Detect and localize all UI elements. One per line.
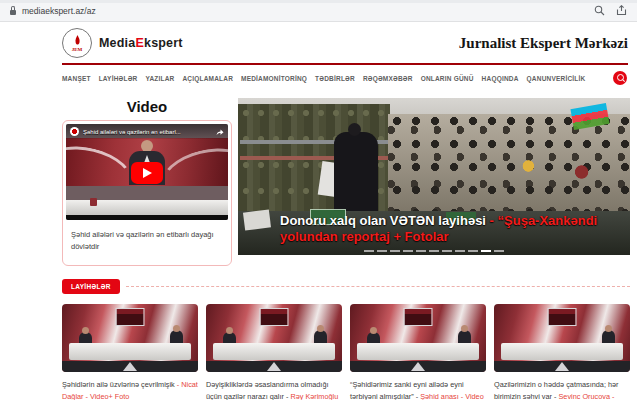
studio-art [116, 308, 145, 326]
nav-item-reqemxeber[interactable]: RƏQƏMXƏBƏR [363, 75, 413, 82]
studio-art [267, 362, 281, 371]
embed-video-title[interactable]: Şəhid ailələri və qazilərin ən etibarl..… [83, 129, 212, 135]
embed-title-bar: Şəhid ailələri və qazilərin ən etibarl..… [66, 124, 228, 139]
video-section: Video Şəhid ailələri və qazilərin ən eti… [62, 98, 232, 266]
project-caption[interactable]: “Şəhidlərimiz sanki eyni ailədə eyni tər… [350, 379, 486, 400]
site-header: JEM MediaEkspert Jurnalist Ekspert Mərkə… [0, 22, 637, 58]
channel-avatar-icon[interactable] [70, 127, 79, 136]
project-card[interactable]: Dəyişikliklərdə əsaslandırma olmadığı üç… [206, 304, 342, 400]
projects-section-header: LAYİHƏLƏR [62, 279, 630, 294]
hero-art [243, 209, 271, 230]
video-section-heading: Video [62, 98, 232, 115]
hero-pagination-dash[interactable] [377, 250, 387, 252]
hero-pagination[interactable] [364, 250, 504, 252]
project-caption[interactable]: Qazilərimizin o həddə çatmasında; hər bi… [494, 379, 630, 400]
hero-art [334, 132, 378, 214]
project-card[interactable]: “Şəhidlərimiz sanki eyni ailədə eyni tər… [350, 304, 486, 400]
hero-pagination-dash[interactable] [481, 250, 491, 252]
nav-item-yazilar[interactable]: YAZILAR [145, 75, 174, 82]
nav-item-onlarin-gunu[interactable]: ONLARIN GÜNÜ [421, 75, 474, 82]
studio-art [411, 362, 425, 371]
hero-pagination-dash[interactable] [364, 250, 374, 252]
projects-grid: Şəhidlərin ailə üzvlərinə çevrilmişik - … [62, 304, 630, 400]
hero-pagination-dash[interactable] [494, 250, 504, 252]
browser-window: mediaekspert.az/az JEM MediaEkspert Jurn… [0, 0, 637, 400]
studio-art [123, 362, 137, 371]
youtube-embed[interactable]: Şəhid ailələri və qazilərin ən etibarl..… [66, 124, 228, 220]
share-icon[interactable] [616, 5, 627, 16]
lock-icon [10, 10, 16, 15]
search-button[interactable] [613, 71, 627, 85]
project-caption[interactable]: Şəhidlərin ailə üzvlərinə çevrilmişik - … [62, 379, 198, 400]
video-card[interactable]: Şəhid ailələri və qazilərin ən etibarl..… [62, 120, 232, 266]
hero-pagination-dash[interactable] [455, 250, 465, 252]
project-card[interactable]: Şəhidlərin ailə üzvlərinə çevrilmişik - … [62, 304, 198, 400]
studio-art [555, 362, 569, 371]
projects-label-badge[interactable]: LAYİHƏLƏR [62, 279, 120, 294]
project-thumbnail[interactable] [494, 304, 630, 372]
studio-art [404, 308, 433, 326]
project-thumbnail[interactable] [350, 304, 486, 372]
hero-pagination-dash[interactable] [416, 250, 426, 252]
studio-art [501, 343, 623, 360]
video-scene-art [90, 198, 97, 206]
project-thumbnail[interactable] [206, 304, 342, 372]
jem-emblem-icon: JEM [62, 28, 92, 58]
search-icon [617, 74, 624, 81]
hero-headline[interactable]: Donoru xalq olan VƏTƏN layihəsi - “Şuşa-… [280, 213, 608, 244]
video-letterbox-bar [66, 215, 228, 220]
nav-item-tedbirler[interactable]: TƏDBİRLƏR [315, 75, 355, 82]
nav-item-qanunvericilik[interactable]: QANUNVERİCİLİK [527, 75, 586, 82]
studio-art [213, 343, 335, 360]
hero-pagination-dash[interactable] [390, 250, 400, 252]
hero-pagination-dash[interactable] [403, 250, 413, 252]
magnifier-icon[interactable] [594, 5, 605, 16]
studio-art [548, 308, 577, 326]
nav-item-manset[interactable]: MANŞET [62, 75, 91, 82]
main-content: Video Şəhid ailələri və qazilərin ən eti… [62, 98, 630, 266]
video-caption[interactable]: Şəhid ailələri və qazilərin ən etibarlı … [66, 220, 228, 262]
nav-item-layiheler[interactable]: LAYİHƏLƏR [99, 75, 138, 82]
project-thumbnail[interactable] [62, 304, 198, 372]
nav-item-mediamonitorinq[interactable]: MEDİAMONİTORİNQ [241, 75, 307, 82]
nav-item-aciqlamalar[interactable]: AÇIQLAMALAR [182, 75, 233, 82]
studio-art [357, 343, 479, 360]
hero-pagination-dash[interactable] [429, 250, 439, 252]
project-caption[interactable]: Dəyişikliklərdə əsaslandırma olmadığı üç… [206, 379, 342, 400]
main-navigation: MANŞET LAYİHƏLƏR YAZILAR AÇIQLAMALAR MED… [0, 65, 637, 90]
project-card[interactable]: Qazilərimizin o həddə çatmasında; hər bi… [494, 304, 630, 400]
site-title: Jurnalist Ekspert Mərkəzi [459, 35, 628, 52]
jem-logo-text: JEM [72, 48, 83, 52]
hero-pagination-dash[interactable] [442, 250, 452, 252]
section-divider [126, 286, 630, 287]
play-button[interactable] [131, 162, 163, 184]
brand-name: MediaEkspert [99, 36, 183, 50]
hero-carousel[interactable]: Donoru xalq olan VƏTƏN layihəsi - “Şuşa-… [238, 98, 630, 255]
browser-address-bar[interactable]: mediaekspert.az/az [0, 0, 637, 22]
hero-pagination-dash[interactable] [468, 250, 478, 252]
studio-art [260, 308, 289, 326]
url-text[interactable]: mediaekspert.az/az [22, 6, 96, 16]
embed-share-icon[interactable] [216, 128, 224, 136]
browser-toolbar-icons [594, 5, 627, 16]
site-logo[interactable]: JEM MediaEkspert [62, 28, 183, 58]
hero-art [388, 114, 630, 214]
nav-item-haqqinda[interactable]: HAQQINDA [482, 75, 519, 82]
studio-art [69, 343, 191, 360]
